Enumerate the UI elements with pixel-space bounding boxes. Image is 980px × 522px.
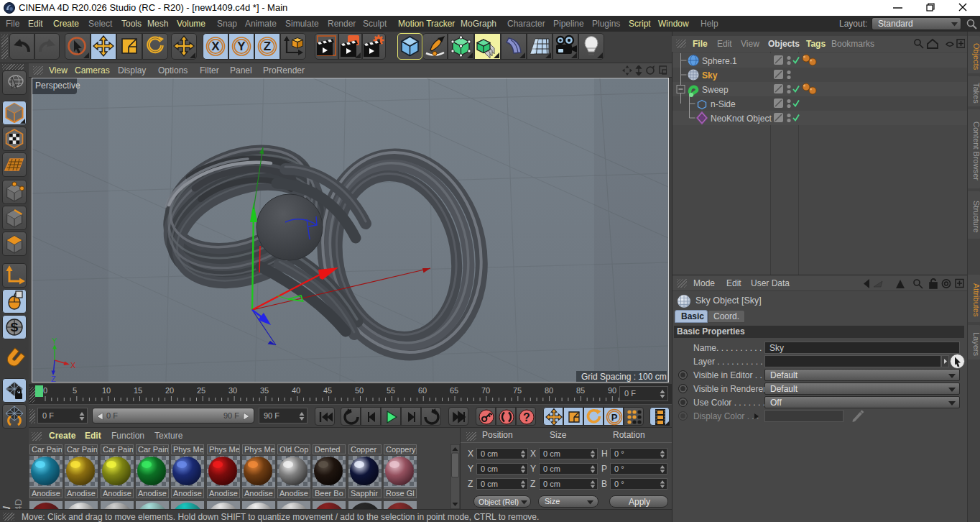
svg-text:25: 25 <box>197 386 205 395</box>
svg-text:5: 5 <box>73 386 77 395</box>
svg-text:55: 55 <box>387 386 395 395</box>
svg-text:60: 60 <box>418 386 427 395</box>
svg-text:15: 15 <box>134 386 142 395</box>
svg-text:20: 20 <box>165 386 174 395</box>
svg-text:45: 45 <box>323 386 332 395</box>
svg-text:NeoKnot Object: NeoKnot Object <box>711 114 772 124</box>
svg-text:50: 50 <box>355 386 364 395</box>
svg-text:Y: Y <box>237 40 246 53</box>
svg-text:Y: Y <box>52 336 57 345</box>
svg-text:Sphere.1: Sphere.1 <box>702 56 737 66</box>
svg-text:65: 65 <box>450 386 458 395</box>
svg-text:90: 90 <box>608 386 616 395</box>
svg-text:Z: Z <box>51 375 56 382</box>
svg-text:n-Side: n-Side <box>711 99 736 109</box>
svg-text:85: 85 <box>576 386 585 395</box>
svg-text:X: X <box>70 361 76 370</box>
svg-text:35: 35 <box>260 386 269 395</box>
svg-text:X: X <box>211 40 220 53</box>
svg-text:75: 75 <box>513 386 522 395</box>
svg-text:30: 30 <box>228 386 237 395</box>
svg-text:Sky: Sky <box>702 70 718 81</box>
svg-text:Sweep: Sweep <box>702 85 729 95</box>
svg-text:S: S <box>10 321 18 334</box>
svg-text:P: P <box>611 412 618 423</box>
svg-text:10: 10 <box>102 386 111 395</box>
svg-text:Perspective: Perspective <box>35 81 80 91</box>
svg-text:Z: Z <box>264 40 271 53</box>
svg-text:Grid Spacing : 100 cm: Grid Spacing : 100 cm <box>581 372 667 382</box>
svg-text:?: ? <box>523 411 530 423</box>
svg-text:70: 70 <box>481 386 490 395</box>
svg-text:80: 80 <box>545 386 553 395</box>
svg-text:40: 40 <box>292 386 300 395</box>
svg-text:0: 0 <box>43 386 47 395</box>
